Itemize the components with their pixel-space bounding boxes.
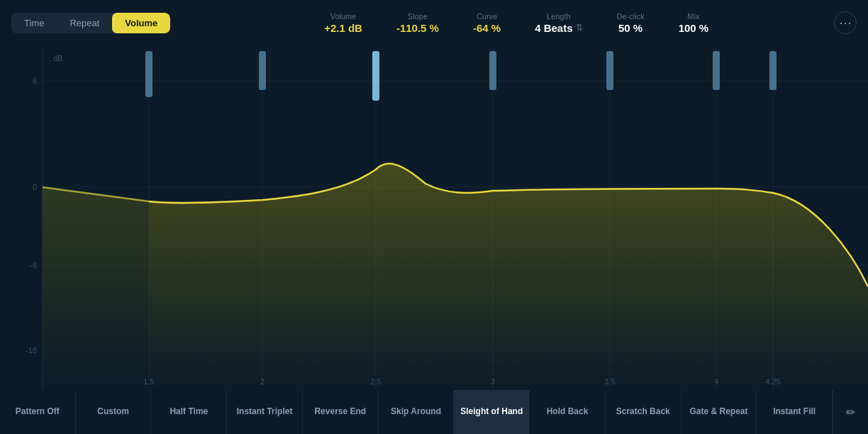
param-slope[interactable]: Slope -110.5 % [396, 12, 439, 34]
tab-instant-fill[interactable]: Instant Fill [757, 390, 833, 434]
svg-text:2.5: 2.5 [370, 377, 381, 386]
volume-label: Volume [330, 12, 357, 21]
svg-text:dB: dB [53, 54, 62, 62]
chart-svg: dB 6 0 -6 -18 1.5 2 2.5 3 3.5 4 4.25 [0, 45, 868, 390]
tab-sleight-of-hand[interactable]: Sleight of Hand [454, 390, 530, 434]
volume-value: +2.1 dB [324, 22, 362, 34]
length-label: Length [547, 12, 571, 21]
svg-rect-16 [489, 51, 496, 90]
param-volume[interactable]: Volume +2.1 dB [324, 12, 362, 34]
svg-rect-12 [43, 45, 149, 390]
svg-text:1.5: 1.5 [143, 377, 154, 386]
length-control: 4 Beats ⇅ [535, 22, 582, 34]
bottom-tabs: Pattern Off Custom Half Time Instant Tri… [0, 390, 868, 434]
more-icon: ⋯ [839, 15, 852, 30]
tab-time[interactable]: Time [11, 13, 57, 33]
declick-value: 50 % [618, 22, 642, 34]
more-button[interactable]: ⋯ [834, 11, 857, 34]
header: Time Repeat Volume Volume +2.1 dB Slope … [0, 0, 868, 45]
svg-rect-15 [372, 51, 379, 101]
tab-repeat[interactable]: Repeat [57, 13, 112, 33]
tab-pattern-off[interactable]: Pattern Off [0, 390, 76, 434]
pencil-icon: ✏ [846, 406, 855, 419]
param-curve[interactable]: Curve -64 % [473, 12, 501, 34]
svg-rect-13 [145, 51, 152, 97]
tab-reverse-end[interactable]: Reverse End [303, 390, 379, 434]
mix-label: Mix [687, 12, 699, 21]
tab-scratch-back[interactable]: Scratch Back [606, 390, 681, 434]
tab-instant-triplet[interactable]: Instant Triplet [227, 390, 303, 434]
svg-text:3: 3 [491, 377, 495, 386]
tab-volume[interactable]: Volume [112, 13, 170, 33]
svg-text:3.5: 3.5 [604, 377, 615, 386]
tab-custom[interactable]: Custom [76, 390, 152, 434]
tab-skip-around[interactable]: Skip Around [379, 390, 455, 434]
svg-rect-14 [259, 51, 266, 90]
param-mix[interactable]: Mix 100 % [679, 12, 709, 34]
svg-rect-18 [713, 51, 720, 90]
svg-text:6: 6 [33, 77, 37, 85]
svg-text:-18: -18 [26, 346, 37, 355]
curve-value: -64 % [473, 22, 501, 34]
svg-text:4.25: 4.25 [765, 377, 780, 386]
svg-rect-17 [606, 51, 613, 90]
tab-hold-back[interactable]: Hold Back [530, 390, 606, 434]
svg-text:-6: -6 [30, 261, 37, 269]
chart-area: dB 6 0 -6 -18 1.5 2 2.5 3 3.5 4 4.25 [0, 45, 868, 390]
chevron-icon: ⇅ [576, 23, 583, 33]
svg-text:4: 4 [714, 377, 718, 386]
param-group: Volume +2.1 dB Slope -110.5 % Curve -64 … [199, 12, 834, 34]
declick-label: De-click [617, 12, 645, 21]
svg-text:0: 0 [33, 183, 37, 191]
tab-half-time[interactable]: Half Time [151, 390, 227, 434]
svg-rect-19 [769, 51, 777, 90]
mode-tab-group: Time Repeat Volume [11, 13, 170, 33]
mix-value: 100 % [679, 22, 709, 34]
tab-gate-repeat[interactable]: Gate & Repeat [681, 390, 757, 434]
length-value: 4 Beats [535, 22, 572, 34]
slope-value: -110.5 % [396, 22, 439, 34]
pencil-tab[interactable]: ✏ [833, 390, 868, 434]
param-length[interactable]: Length 4 Beats ⇅ [535, 12, 582, 34]
slope-label: Slope [408, 12, 428, 21]
curve-label: Curve [477, 12, 497, 21]
param-declick[interactable]: De-click 50 % [617, 12, 645, 34]
svg-text:2: 2 [260, 377, 265, 386]
